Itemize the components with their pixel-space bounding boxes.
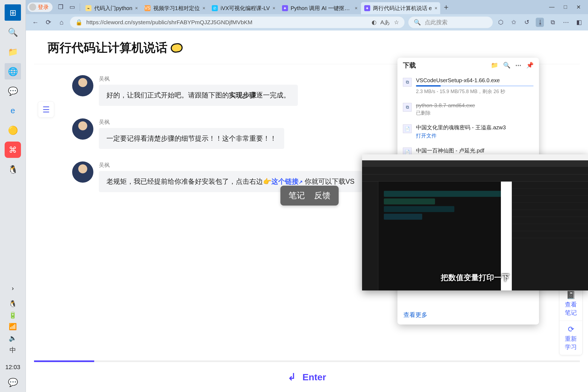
- file-icon: ⧉: [403, 78, 412, 87]
- expand-icon[interactable]: ›: [5, 280, 21, 297]
- more-icon[interactable]: ⋯: [515, 62, 521, 69]
- downloads-more-link[interactable]: 查看更多: [397, 307, 539, 324]
- address-bar: ← ⟳ ⌂ 🔒 https://cleword.cn/system/public…: [26, 14, 588, 30]
- close-icon[interactable]: ×: [355, 5, 358, 11]
- volume-icon[interactable]: 🔈: [9, 334, 17, 342]
- view-notes-button[interactable]: 📓 查看笔记: [559, 287, 582, 321]
- tab-title: 两行代码让计算机说话 e: [373, 5, 432, 12]
- search-icon[interactable]: 🔍: [503, 62, 510, 69]
- tracking-icon[interactable]: ◐: [372, 19, 376, 26]
- pip-video-overlay[interactable]: 把数值变量打印一下: [362, 154, 588, 290]
- workspaces-icon[interactable]: ❐: [55, 2, 66, 13]
- maximize-icon[interactable]: □: [564, 4, 567, 10]
- close-icon[interactable]: ×: [203, 5, 206, 11]
- menu-button[interactable]: ☰: [38, 101, 54, 118]
- pip-urlbar: [362, 160, 588, 167]
- ie-icon[interactable]: e: [5, 102, 21, 119]
- tab-title: 视频学习1相对定位: [153, 5, 200, 12]
- browser-tab[interactable]: ⌁ 代码入门python ×: [82, 2, 141, 14]
- open-folder-icon[interactable]: 📁: [491, 62, 498, 69]
- ime-icon[interactable]: 中: [10, 346, 16, 354]
- download-progress: [416, 85, 534, 87]
- pin-icon[interactable]: 📌: [526, 62, 534, 69]
- browser-tab[interactable]: ⎚ iVX可视化编程课-LV ×: [209, 2, 278, 14]
- back-icon[interactable]: ←: [31, 19, 40, 26]
- download-item[interactable]: ⧉ python-3.8.7-amd64.exe 已删除: [402, 99, 535, 121]
- sidebar-icon[interactable]: ◧: [575, 19, 583, 26]
- favorites-icon[interactable]: ✩: [510, 19, 518, 26]
- open-file-link[interactable]: 打开文件: [416, 132, 534, 139]
- title-badge-icon: [170, 42, 183, 53]
- search-input[interactable]: 🔍 点此搜索: [408, 17, 493, 28]
- avatar: [72, 75, 93, 96]
- reader-icon[interactable]: Aあ: [380, 19, 390, 26]
- side-widgets: 📓 查看笔记 ⟳ 重新学习: [559, 286, 583, 355]
- history-icon[interactable]: ↺: [523, 19, 531, 26]
- file-icon: ⧉: [403, 103, 412, 112]
- enter-bar[interactable]: ↲ Enter: [34, 362, 580, 392]
- tab-title: 代码入门python: [94, 5, 132, 12]
- notebook-icon: 📓: [562, 290, 580, 299]
- edge-icon[interactable]: 🌐: [5, 63, 21, 79]
- pip-titlebar: [362, 154, 588, 160]
- download-filename: VSCodeUserSetup-x64-1.66.0.exe: [416, 77, 534, 84]
- close-icon[interactable]: ×: [272, 5, 275, 11]
- notifications-icon[interactable]: 💬: [5, 374, 21, 390]
- login-label: 登录: [38, 4, 49, 11]
- minimize-icon[interactable]: —: [549, 4, 555, 10]
- download-item[interactable]: ⧉ VSCodeUserSetup-x64-1.66.0.exe 2.3 MB/…: [402, 74, 535, 99]
- wechat-icon[interactable]: 💬: [5, 83, 21, 99]
- explorer-icon[interactable]: 📁: [5, 44, 21, 60]
- tray-icons: 🐧 🔋 📶 🔈 中: [9, 298, 17, 358]
- profile-login-button[interactable]: 登录: [27, 2, 53, 12]
- qq-icon[interactable]: 🐧: [5, 161, 21, 177]
- browser-window: 登录 ❐ ▭ ⌁ 代码入门python × VS 视频学习1相对定位 × ⎚ i…: [26, 0, 588, 392]
- start-icon[interactable]: ⊞: [5, 4, 21, 21]
- progress-fill: [34, 360, 94, 362]
- extension-icon[interactable]: ⬡: [497, 19, 505, 26]
- downloads-icon[interactable]: ⭳: [536, 18, 544, 27]
- favorite-icon[interactable]: ☆: [394, 19, 399, 26]
- qq-tray-icon[interactable]: 🐧: [9, 300, 17, 308]
- url-input[interactable]: 🔒 https://cleword.cn/system/public/shrFA…: [70, 17, 405, 28]
- tab-actions-icon[interactable]: ▭: [67, 2, 78, 13]
- downloads-title: 下载: [403, 61, 416, 70]
- close-icon[interactable]: ×: [434, 5, 437, 11]
- home-icon[interactable]: ⌂: [57, 19, 66, 26]
- track-row: [384, 191, 504, 197]
- external-link-icon: ↗: [299, 179, 303, 185]
- toolbar-right: ⬡ ✩ ↺ ⭳ ⧉ ⋯ ◧: [497, 18, 583, 27]
- new-tab-button[interactable]: ＋: [441, 2, 452, 12]
- notes-button[interactable]: 笔记: [289, 190, 305, 201]
- tab-favicon-icon: ✦: [364, 5, 370, 11]
- close-window-icon[interactable]: ✕: [576, 4, 581, 10]
- download-filename: python-3.8.7-amd64.exe: [416, 102, 534, 109]
- wifi-icon[interactable]: 📶: [9, 323, 17, 330]
- close-icon[interactable]: ×: [135, 5, 138, 11]
- app-red-icon[interactable]: ⌘: [5, 142, 21, 158]
- collections-icon[interactable]: ⧉: [549, 19, 557, 26]
- file-icon: 📄: [403, 124, 412, 133]
- pointer-icon: 👉: [263, 177, 271, 185]
- more-icon[interactable]: ⋯: [562, 19, 570, 26]
- tab-title: iVX可视化编程课-LV: [220, 5, 270, 12]
- enter-label: Enter: [302, 372, 326, 382]
- refresh-icon[interactable]: ⟳: [44, 19, 53, 26]
- feedback-button[interactable]: 反馈: [314, 190, 330, 201]
- avatar: [72, 118, 93, 140]
- tab-favicon-icon: ⌁: [85, 5, 91, 11]
- download-link[interactable]: 这个链接↗: [271, 177, 303, 185]
- search-icon[interactable]: 🔍: [5, 24, 21, 40]
- restart-button[interactable]: ⟳ 重新学习: [559, 321, 582, 355]
- url-text: https://cleword.cn/system/public/shrFABY…: [86, 19, 252, 26]
- browser-tab[interactable]: ✦ Python 调用 AI 一键抠图 e ×: [279, 2, 360, 14]
- tab-favicon-icon: ✦: [282, 5, 288, 11]
- taskbar-clock[interactable]: 12:03: [5, 358, 20, 372]
- browser-tab[interactable]: VS 视频学习1相对定位 ×: [141, 2, 208, 14]
- search-placeholder: 点此搜索: [425, 19, 448, 26]
- download-item[interactable]: 📄 中国文化里的魂魄密码 - 王溢嘉.azw3 打开文件: [402, 121, 535, 144]
- battery-icon[interactable]: 🔋: [9, 311, 17, 319]
- chrome-icon[interactable]: 🟡: [5, 122, 21, 138]
- tab-favicon-icon: ⎚: [212, 5, 218, 11]
- browser-tab[interactable]: ✦ 两行代码让计算机说话 e ×: [361, 2, 440, 14]
